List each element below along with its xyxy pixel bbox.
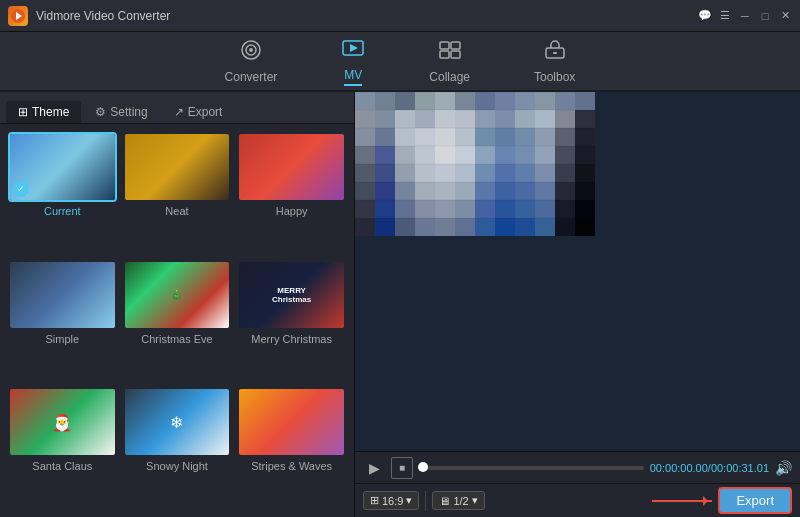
- svg-rect-75: [375, 182, 395, 200]
- theme-thumb-snowy-night: ❄: [123, 387, 232, 457]
- nav-item-converter[interactable]: Converter: [213, 35, 290, 88]
- menu-icon[interactable]: ☰: [718, 9, 732, 23]
- svg-rect-40: [395, 128, 415, 146]
- ratio-select[interactable]: ⊞ 16:9 ▾: [363, 491, 419, 510]
- svg-rect-90: [435, 200, 455, 218]
- export-left-controls: ⊞ 16:9 ▾ 🖥 1/2 ▾: [363, 491, 485, 511]
- svg-rect-83: [535, 182, 555, 200]
- theme-item-neat[interactable]: Neat: [123, 132, 232, 254]
- svg-rect-103: [455, 218, 475, 236]
- svg-rect-85: [575, 182, 595, 200]
- svg-rect-14: [355, 92, 375, 110]
- converter-label: Converter: [225, 70, 278, 84]
- export-button[interactable]: Export: [718, 487, 792, 514]
- theme-label-merry-christmas: Merry Christmas: [251, 333, 332, 345]
- svg-rect-97: [575, 200, 595, 218]
- theme-item-stripes-waves[interactable]: Stripes & Waves: [237, 387, 346, 509]
- svg-rect-24: [555, 92, 575, 110]
- svg-rect-23: [535, 92, 555, 110]
- theme-item-christmas-eve[interactable]: 🎄 Christmas Eve: [123, 260, 232, 382]
- svg-rect-63: [375, 164, 395, 182]
- svg-rect-66: [435, 164, 455, 182]
- res-chevron: ▾: [472, 494, 478, 507]
- svg-rect-81: [495, 182, 515, 200]
- svg-rect-36: [555, 110, 575, 128]
- export-right-controls: Export: [652, 487, 792, 514]
- ratio-chevron: ▾: [406, 494, 412, 507]
- svg-rect-52: [395, 146, 415, 164]
- theme-item-santa-claus[interactable]: 🎅 Santa Claus: [8, 387, 117, 509]
- resolution-select[interactable]: 🖥 1/2 ▾: [432, 491, 484, 510]
- res-value: 1/2: [453, 495, 468, 507]
- message-icon[interactable]: 💬: [698, 9, 712, 23]
- svg-rect-25: [575, 92, 595, 110]
- minimize-icon[interactable]: ─: [738, 9, 752, 23]
- progress-bar[interactable]: [419, 466, 644, 470]
- svg-rect-42: [435, 128, 455, 146]
- setting-tab-label: Setting: [110, 105, 147, 119]
- title-bar: Vidmore Video Converter 💬 ☰ ─ □ ✕: [0, 0, 800, 32]
- theme-label-santa-claus: Santa Claus: [32, 460, 92, 472]
- theme-item-simple[interactable]: Simple: [8, 260, 117, 382]
- tab-theme[interactable]: ⊞ Theme: [6, 101, 81, 123]
- svg-rect-32: [475, 110, 495, 128]
- setting-tab-icon: ⚙: [95, 105, 106, 119]
- nav-item-mv[interactable]: MV: [329, 33, 377, 90]
- left-panel: ⊞ Theme ⚙ Setting ↗ Export ✓ Current: [0, 92, 355, 517]
- window-controls: 💬 ☰ ─ □ ✕: [698, 9, 792, 23]
- theme-label-snowy-night: Snowy Night: [146, 460, 208, 472]
- tab-setting[interactable]: ⚙ Setting: [83, 101, 159, 123]
- svg-rect-35: [535, 110, 555, 128]
- close-icon[interactable]: ✕: [778, 9, 792, 23]
- svg-rect-59: [535, 146, 555, 164]
- svg-rect-19: [455, 92, 475, 110]
- svg-rect-10: [451, 51, 460, 58]
- svg-rect-80: [475, 182, 495, 200]
- theme-label-neat: Neat: [165, 205, 188, 217]
- mv-icon: [341, 37, 365, 64]
- svg-rect-17: [415, 92, 435, 110]
- svg-rect-34: [515, 110, 535, 128]
- theme-thumb-happy: [237, 132, 346, 202]
- nav-item-collage[interactable]: Collage: [417, 35, 482, 88]
- theme-item-merry-christmas[interactable]: MERRYChristmas Merry Christmas: [237, 260, 346, 382]
- play-button[interactable]: ▶: [363, 457, 385, 479]
- tab-export[interactable]: ↗ Export: [162, 101, 235, 123]
- svg-rect-27: [375, 110, 395, 128]
- theme-thumb-neat: [123, 132, 232, 202]
- svg-rect-58: [515, 146, 535, 164]
- arrow-indicator: [652, 500, 712, 502]
- nav-item-toolbox[interactable]: Toolbox: [522, 35, 587, 88]
- svg-marker-6: [350, 44, 358, 52]
- svg-rect-50: [355, 146, 375, 164]
- svg-rect-79: [455, 182, 475, 200]
- theme-item-current[interactable]: ✓ Current: [8, 132, 117, 254]
- svg-rect-64: [395, 164, 415, 182]
- volume-icon[interactable]: 🔊: [775, 460, 792, 476]
- theme-item-happy[interactable]: Happy: [237, 132, 346, 254]
- svg-rect-95: [535, 200, 555, 218]
- svg-rect-54: [435, 146, 455, 164]
- maximize-icon[interactable]: □: [758, 9, 772, 23]
- svg-rect-45: [495, 128, 515, 146]
- svg-rect-26: [355, 110, 375, 128]
- svg-rect-47: [535, 128, 555, 146]
- stop-button[interactable]: ■: [391, 457, 413, 479]
- svg-rect-53: [415, 146, 435, 164]
- video-controls: ▶ ■ 00:00:00.00/00:00:31.01 🔊: [355, 451, 800, 483]
- svg-rect-37: [575, 110, 595, 128]
- subtabs: ⊞ Theme ⚙ Setting ↗ Export: [0, 92, 354, 124]
- svg-rect-43: [455, 128, 475, 146]
- theme-item-snowy-night[interactable]: ❄ Snowy Night: [123, 387, 232, 509]
- svg-rect-73: [575, 164, 595, 182]
- ratio-value: 16:9: [382, 495, 403, 507]
- svg-point-4: [249, 48, 253, 52]
- theme-label-current: Current: [44, 205, 81, 217]
- svg-rect-94: [515, 200, 535, 218]
- theme-label-christmas-eve: Christmas Eve: [141, 333, 213, 345]
- theme-label-simple: Simple: [46, 333, 80, 345]
- svg-rect-56: [475, 146, 495, 164]
- svg-rect-87: [375, 200, 395, 218]
- progress-dot: [418, 462, 428, 472]
- svg-rect-89: [415, 200, 435, 218]
